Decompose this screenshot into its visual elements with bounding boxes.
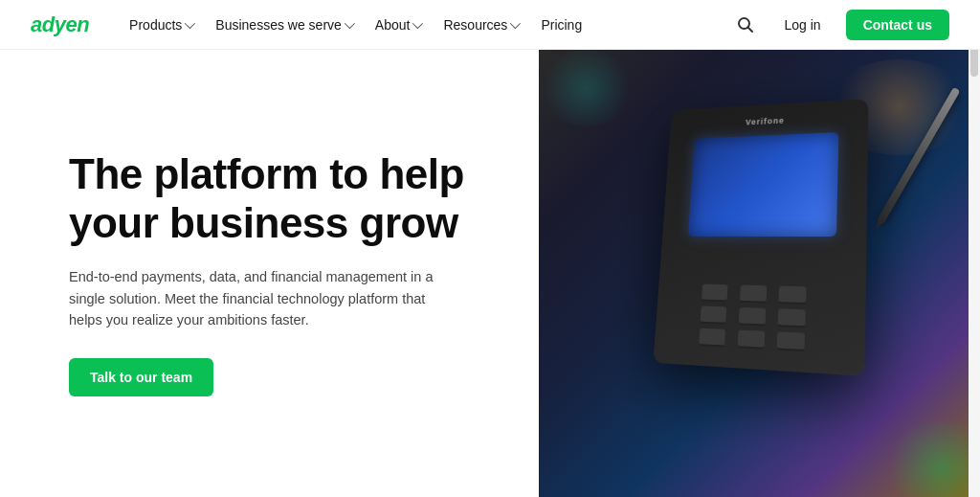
nav-item-about[interactable]: About bbox=[366, 11, 431, 38]
nav-item-products[interactable]: Products bbox=[120, 11, 202, 38]
chevron-down-icon bbox=[510, 17, 521, 28]
brand-logo[interactable]: adyen bbox=[31, 12, 89, 37]
nav-item-resources[interactable]: Resources bbox=[434, 11, 527, 38]
chevron-down-icon bbox=[185, 17, 195, 28]
cta-button[interactable]: Talk to our team bbox=[69, 358, 213, 396]
terminal-scene: Verifone bbox=[539, 50, 980, 497]
hero-image-section: Verifone bbox=[539, 50, 980, 497]
nav-item-businesses[interactable]: Businesses we serve bbox=[206, 11, 362, 38]
hero-subtitle: End-to-end payments, data, and financial… bbox=[69, 266, 452, 330]
search-button[interactable] bbox=[731, 11, 760, 39]
nav-links: Products Businesses we serve About Resou… bbox=[120, 11, 730, 38]
terminal-keypad bbox=[699, 284, 815, 352]
hero-title: The platform to help your business grow bbox=[69, 150, 493, 247]
terminal-screen bbox=[688, 132, 838, 237]
hero-image: Verifone bbox=[539, 50, 980, 497]
contact-button[interactable]: Contact us bbox=[846, 10, 949, 40]
key bbox=[778, 286, 806, 305]
search-icon bbox=[737, 16, 754, 34]
nav-right: Log in Contact us bbox=[731, 10, 950, 40]
scrollbar-track bbox=[969, 0, 980, 497]
svg-line-1 bbox=[747, 27, 752, 32]
navbar: adyen Products Businesses we serve About… bbox=[0, 0, 980, 50]
chevron-down-icon bbox=[412, 17, 423, 28]
key bbox=[739, 285, 766, 304]
chevron-down-icon bbox=[345, 17, 355, 28]
key bbox=[738, 307, 765, 327]
main-content: The platform to help your business grow … bbox=[0, 50, 980, 497]
nav-item-pricing[interactable]: Pricing bbox=[531, 11, 591, 38]
terminal-body: Verifone bbox=[653, 99, 868, 376]
terminal-brand-label: Verifone bbox=[745, 116, 784, 126]
hero-section: The platform to help your business grow … bbox=[0, 50, 539, 497]
key bbox=[776, 331, 804, 351]
key bbox=[777, 308, 805, 328]
login-button[interactable]: Log in bbox=[775, 11, 831, 38]
key bbox=[699, 328, 725, 348]
stylus bbox=[878, 87, 961, 224]
key bbox=[700, 306, 726, 325]
key bbox=[737, 330, 765, 350]
key bbox=[702, 284, 727, 303]
